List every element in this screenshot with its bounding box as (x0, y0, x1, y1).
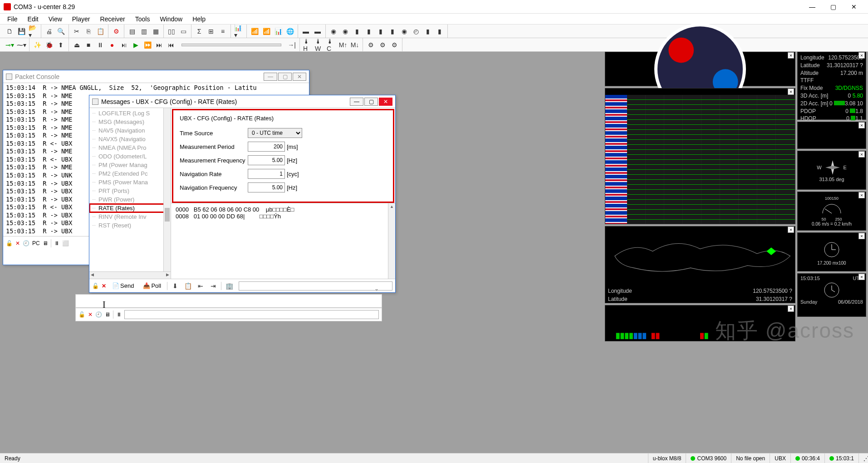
tree-item[interactable]: MSG (Messages) (89, 118, 171, 126)
close-icon[interactable]: × (858, 274, 865, 280)
close-icon[interactable]: × (788, 305, 794, 312)
eject-icon[interactable]: ⏏ (72, 40, 82, 50)
mon-icon[interactable]: 🖥 (43, 240, 48, 246)
view2-icon[interactable]: ▥ (139, 26, 149, 36)
gear2-icon[interactable]: ⚙ (378, 40, 387, 50)
tree-item[interactable]: ODO (Odometer/L (89, 152, 171, 161)
g6-icon[interactable]: ▮ (387, 26, 397, 36)
clock-dock[interactable]: × 15:03:15UTC Sunday06/06/2018 (797, 273, 866, 317)
hot-icon[interactable]: 🌡H (303, 40, 313, 50)
signal-dock[interactable]: × (605, 88, 795, 224)
close-icon[interactable]: × (788, 89, 794, 95)
tree-item[interactable]: LOGFILTER (Log S (89, 109, 171, 118)
menu-tools[interactable]: Tools (131, 15, 155, 24)
seek-slider[interactable] (181, 44, 281, 46)
info-dock[interactable]: × Longitude120.57523500 Latitude31.30120… (797, 52, 866, 120)
delete-icon[interactable]: ✕ (102, 283, 106, 289)
menu-receiver[interactable]: Receiver (95, 15, 129, 24)
ffw-icon[interactable]: ⏭ (154, 40, 164, 50)
menu-help[interactable]: Help (188, 15, 210, 24)
poll-button[interactable]: 📥Poll (140, 281, 164, 291)
menu-file[interactable]: File (3, 15, 22, 24)
close-icon[interactable]: × (858, 122, 865, 128)
time-source-select[interactable]: 0 - UTC time (248, 128, 302, 138)
sigma-icon[interactable]: Σ (194, 26, 204, 36)
delete-icon[interactable]: ✕ (15, 240, 20, 246)
g7-icon[interactable]: ◉ (399, 26, 409, 36)
tree-item[interactable]: PM2 (Extended Pc (89, 169, 171, 178)
menu-player[interactable]: Player (68, 15, 95, 24)
tree-item[interactable]: NAVX5 (Navigatio (89, 135, 171, 143)
panel1-icon[interactable]: ▬ (301, 26, 311, 36)
message-tree[interactable]: LOGFILTER (Log SMSG (Messages)NAV5 (Navi… (89, 108, 171, 279)
msg-close-button[interactable]: ✕ (379, 98, 392, 106)
tree-item[interactable]: PMS (Power Mana (89, 178, 171, 187)
tree-hscrollbar[interactable]: ◀▶ (89, 271, 171, 279)
lock-icon[interactable]: 🔓 (92, 283, 99, 289)
layout1-icon[interactable]: ▯▯ (167, 26, 177, 36)
worldmap-dock[interactable]: × Longitude120.57523500 ? Latitude31.301… (605, 226, 795, 303)
pc-maximize-button[interactable]: ▢ (278, 73, 292, 81)
altitude-dock[interactable]: × 17.200 mx100 (797, 232, 866, 271)
t4-icon[interactable]: ⇥ (208, 281, 218, 291)
g1-icon[interactable]: ◉ (329, 26, 338, 36)
play-icon[interactable]: ▶ (131, 40, 141, 50)
msg-input[interactable] (239, 281, 392, 291)
t3-icon[interactable]: ⇤ (196, 281, 206, 291)
g4-icon[interactable]: ▮ (364, 26, 374, 36)
pc-minimize-button[interactable]: ― (264, 73, 277, 81)
minimize-button[interactable]: ― (802, 0, 823, 14)
connect-icon[interactable]: ⊸▾ (5, 40, 15, 50)
chart-dd-icon[interactable]: 📊▾ (234, 26, 244, 36)
paste-icon[interactable]: 📋 (95, 26, 105, 36)
tree-item[interactable]: PM (Power Manag (89, 161, 171, 169)
text-icon[interactable]: ≡ (218, 26, 228, 36)
hex-scrollbar[interactable] (388, 203, 395, 279)
delete-icon[interactable]: ✕ (88, 311, 93, 318)
stop-icon[interactable]: ■ (83, 40, 93, 50)
up-icon[interactable]: ⬆ (56, 40, 66, 50)
cold-icon[interactable]: 🌡C (326, 40, 336, 50)
nav-freq-input[interactable] (248, 182, 285, 192)
pause2-icon[interactable]: ⏸ (54, 240, 59, 246)
close-button[interactable]: ✕ (843, 0, 864, 14)
close-icon[interactable]: × (858, 233, 865, 239)
meas-freq-input[interactable] (248, 155, 285, 165)
lock-icon[interactable]: 🔓 (78, 311, 85, 318)
send-button[interactable]: 📄Send (109, 281, 137, 291)
msg-maximize-button[interactable]: ▢ (364, 98, 378, 106)
skyview-dock[interactable]: × S137 (605, 52, 795, 86)
gear1-icon[interactable]: ⚙ (366, 40, 376, 50)
close-icon[interactable]: × (858, 151, 865, 158)
mon-icon[interactable]: 🖥 (105, 311, 110, 318)
tool-icon[interactable]: ⚙ (111, 26, 121, 36)
wand-icon[interactable]: ✨ (32, 40, 42, 50)
pause-icon[interactable]: ⏸ (95, 40, 105, 50)
menu-view[interactable]: View (44, 15, 67, 24)
tree-item[interactable]: RINV (Remote Inv (89, 212, 171, 221)
blank-dock[interactable]: × (797, 122, 866, 149)
maximize-button[interactable]: ▢ (823, 0, 843, 14)
bug-icon[interactable]: 🐞 (44, 40, 54, 50)
pc-icon[interactable]: PC (32, 240, 40, 246)
g3-icon[interactable]: ▮ (352, 26, 362, 36)
compass-dock[interactable]: × WE 313.05 deg (797, 151, 866, 190)
view3-icon[interactable]: ▦ (151, 26, 161, 36)
cut-icon[interactable]: ✂ (72, 26, 82, 36)
print-icon[interactable]: 🖨 (44, 26, 54, 36)
t2-icon[interactable]: 📋 (183, 281, 193, 291)
satellite-dock[interactable]: × (605, 305, 795, 341)
speed-dock[interactable]: × 100150 50250 0.06 m/s = 0.2 km/h (797, 192, 866, 231)
menu-window[interactable]: Window (155, 15, 187, 24)
tree-item[interactable]: NMEA (NMEA Pro (89, 143, 171, 152)
gear3-icon[interactable]: ⚙ (389, 40, 399, 50)
lock-icon[interactable]: 🔓 (6, 240, 13, 246)
end-icon[interactable]: →| (287, 40, 297, 50)
resize-grip[interactable]: ⋰ (858, 453, 868, 463)
rec2-icon[interactable]: ⬜ (62, 240, 69, 246)
chevron-down-icon[interactable]: ⌄ (374, 286, 379, 292)
view1-icon[interactable]: ▤ (127, 26, 137, 36)
pc-close-button[interactable]: ✕ (293, 73, 306, 81)
clock-icon[interactable]: 🕘 (95, 311, 102, 318)
preview-icon[interactable]: 🔍 (56, 26, 66, 36)
